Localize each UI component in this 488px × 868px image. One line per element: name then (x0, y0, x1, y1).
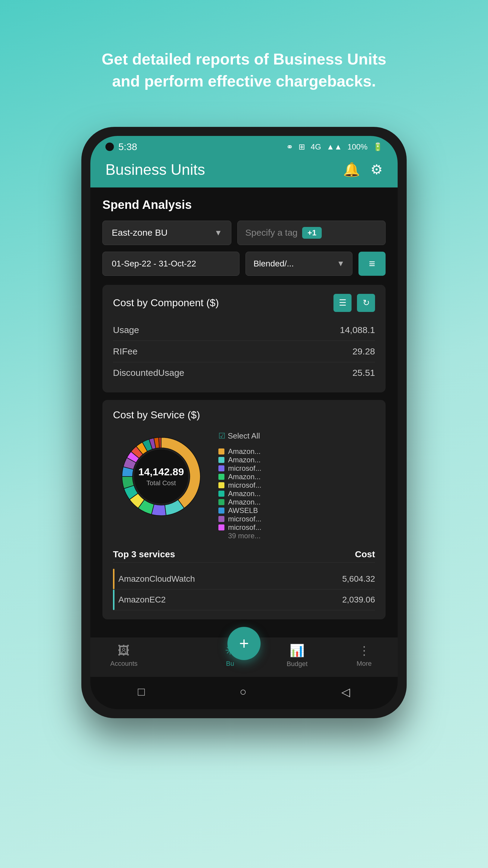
legend-color-dot (218, 516, 224, 522)
bu-chevron-down-icon: ▼ (215, 228, 222, 238)
blend-select[interactable]: Blended/... ▼ (246, 252, 352, 276)
component-value: 29.28 (352, 346, 375, 356)
service-bar (113, 569, 115, 589)
date-range-label: 01-Sep-22 - 31-Oct-22 (112, 259, 196, 269)
tag-badge: +1 (302, 227, 322, 239)
service-cost: 5,604.32 (342, 574, 375, 584)
hero-line2: and perform effective chargebacks. (112, 72, 376, 90)
service-cost: 2,039.06 (342, 595, 375, 604)
legend-label: Amazon... (228, 456, 261, 464)
component-label: Usage (113, 325, 139, 335)
top-services-label: Top 3 services (113, 549, 175, 559)
status-bar: 5:38 ⚭ ⊞ 4G ▲▲ 100% 🔋 (90, 136, 398, 156)
legend-item[interactable]: Amazon... (218, 498, 375, 506)
legend-color-dot (218, 448, 224, 455)
fab-add-button[interactable]: + (227, 627, 261, 660)
legend-color-dot (218, 491, 224, 497)
camera-dot (105, 143, 114, 151)
donut-section: 14,142.89 Total Cost ☑ Select All Amazon… (113, 428, 375, 540)
legend-color-dot (218, 482, 224, 488)
phone-inner: 5:38 ⚭ ⊞ 4G ▲▲ 100% 🔋 Business Units 🔔 ⚙… (90, 136, 398, 709)
select-all-row[interactable]: ☑ Select All (218, 431, 375, 441)
component-rows: Usage 14,088.1 RIFee 29.28 DiscountedUsa… (113, 319, 375, 383)
legend-color-dot (218, 457, 224, 463)
nav-item-more[interactable]: ⋮ More (331, 644, 398, 668)
card-action-buttons: ☰ ↻ (333, 294, 375, 312)
bottom-nav: + 🖼 Accounts ✳ Bu 📊 Budget ⋮ More (90, 638, 398, 677)
legend-item[interactable]: Amazon... (218, 456, 375, 464)
legend-label: Amazon... (228, 447, 261, 456)
legend-color-dot (218, 524, 224, 530)
bluetooth-icon: ⚭ (286, 142, 293, 152)
notification-bell-icon[interactable]: 🔔 (343, 161, 360, 178)
home-button[interactable]: ○ (240, 685, 247, 698)
nav-accounts-icon: 🖼 (118, 644, 130, 657)
service-row: AmazonCloudWatch 5,604.32 (113, 569, 375, 590)
nav-more-label: More (357, 660, 372, 668)
recent-apps-button[interactable]: □ (138, 685, 145, 698)
blend-select-label: Blended/... (253, 259, 294, 269)
refresh-button[interactable]: ↻ (357, 294, 375, 312)
service-bar (113, 590, 115, 610)
date-range-input[interactable]: 01-Sep-22 - 31-Oct-22 (102, 252, 239, 276)
filter-row-1: East-zone BU ▼ Specify a tag +1 (102, 221, 386, 245)
cost-column-header: Cost (355, 549, 375, 559)
list-icon: ☰ (339, 298, 347, 308)
android-nav-bar: □ ○ ◁ (90, 677, 398, 709)
legend-item[interactable]: AWSELB (218, 506, 375, 515)
status-left: 5:38 (105, 141, 137, 153)
legend-item[interactable]: microsof... (218, 464, 375, 472)
bu-select-label: East-zone BU (112, 227, 167, 238)
back-button[interactable]: ◁ (341, 685, 350, 699)
service-row: AmazonEC2 2,039.06 (113, 590, 375, 610)
menu-button[interactable]: ≡ (358, 252, 386, 276)
donut-total-amount: 14,142.89 (138, 466, 184, 478)
component-row: DiscountedUsage 25.51 (113, 362, 375, 383)
bu-select[interactable]: East-zone BU ▼ (102, 221, 231, 245)
legend-item[interactable]: Amazon... (218, 490, 375, 498)
wifi-icon: ▲▲ (327, 142, 342, 152)
legend-label: Amazon... (228, 498, 261, 506)
battery-pct: 100% (348, 142, 368, 152)
legend-item[interactable]: Amazon... (218, 447, 375, 456)
nav-item-budget[interactable]: 📊 Budget (264, 644, 331, 668)
signal-icon: ⊞ (298, 142, 305, 152)
legend-color-dot (218, 507, 224, 514)
legend-items: Amazon... Amazon... microsof... Amazon..… (218, 447, 375, 540)
hamburger-menu-icon: ≡ (369, 257, 375, 270)
battery-icon: 🔋 (373, 142, 383, 152)
legend-item[interactable]: 39 more... (218, 532, 375, 540)
legend-label: microsof... (228, 515, 261, 523)
header-icons: 🔔 ⚙ (343, 161, 383, 178)
legend-label: AWSELB (228, 506, 258, 515)
component-label: RIFee (113, 346, 138, 356)
donut-label: 14,142.89 Total Cost (138, 466, 184, 487)
network-icon: 4G (311, 142, 321, 152)
top-services-header: Top 3 services Cost (113, 549, 375, 563)
legend-item[interactable]: microsof... (218, 481, 375, 490)
legend-color-dot (218, 465, 224, 471)
component-value: 14,088.1 (340, 325, 375, 335)
donut-total-label: Total Cost (138, 479, 184, 487)
nav-bu-label: Bu (226, 660, 234, 668)
donut-chart: 14,142.89 Total Cost (113, 428, 209, 525)
phone-frame: 5:38 ⚭ ⊞ 4G ▲▲ 100% 🔋 Business Units 🔔 ⚙… (82, 127, 407, 718)
nav-budget-label: Budget (287, 660, 307, 668)
tag-input[interactable]: Specify a tag +1 (237, 221, 386, 245)
list-view-button[interactable]: ☰ (333, 294, 352, 312)
legend-label: microsof... (228, 464, 261, 472)
legend-item[interactable]: microsof... (218, 515, 375, 523)
legend-item[interactable]: microsof... (218, 523, 375, 532)
cost-by-component-card: Cost by Component ($) ☰ ↻ Usage 14,088.1… (102, 285, 386, 393)
app-header: Business Units 🔔 ⚙ (90, 156, 398, 187)
nav-item-accounts[interactable]: 🖼 Accounts (90, 644, 158, 668)
legend-more-label: 39 more... (218, 532, 261, 540)
component-row: RIFee 29.28 (113, 341, 375, 362)
card-header-component: Cost by Component ($) ☰ ↻ (113, 294, 375, 312)
app-title: Business Units (105, 161, 205, 179)
legend-label: microsof... (228, 523, 261, 532)
settings-gear-icon[interactable]: ⚙ (370, 161, 383, 178)
legend-item[interactable]: Amazon... (218, 472, 375, 481)
legend-color-dot (218, 499, 224, 505)
status-time: 5:38 (119, 141, 137, 153)
